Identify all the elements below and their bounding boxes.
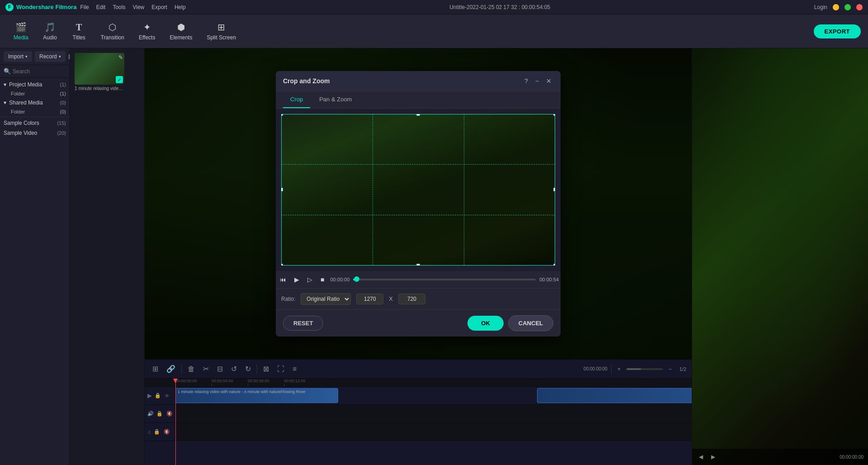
- tl-add-track-button[interactable]: ⊞: [150, 363, 160, 375]
- pb-slider-track[interactable]: [353, 279, 536, 280]
- tl-video-track-content[interactable]: 1 minute relaxing video with nature - A …: [175, 387, 692, 404]
- crop-border[interactable]: [281, 114, 555, 266]
- menu-tools[interactable]: Tools: [113, 4, 125, 10]
- tl-video-clip[interactable]: 1 minute relaxing video with nature - A …: [175, 388, 338, 403]
- tree-shared-chevron: ▾: [4, 100, 6, 106]
- minimize-button[interactable]: [833, 4, 839, 10]
- pb-play-button[interactable]: ▶: [292, 275, 302, 285]
- crop-grid-overlay: [281, 114, 555, 266]
- toolbar-titles[interactable]: T Titles: [66, 19, 93, 43]
- tl-audio2-lock-button[interactable]: 🔒: [153, 428, 161, 435]
- search-input[interactable]: [13, 68, 66, 75]
- preview-prev-button[interactable]: ◀: [697, 452, 705, 461]
- tl-delete-button[interactable]: 🗑: [185, 364, 197, 375]
- width-input[interactable]: [356, 294, 383, 304]
- menu-view[interactable]: View: [132, 4, 144, 10]
- tl-divider-3: [611, 365, 612, 374]
- crop-handle-tl[interactable]: [281, 114, 283, 116]
- menu-edit[interactable]: Edit: [96, 4, 106, 10]
- toolbar-transition[interactable]: ⬡ Transition: [94, 19, 131, 43]
- tl-zoom-out-button[interactable]: −: [666, 365, 674, 374]
- menu-help[interactable]: Help: [175, 4, 186, 10]
- tl-link-button[interactable]: 🔗: [164, 363, 178, 375]
- maximize-button[interactable]: [844, 4, 851, 10]
- tl-speed-button[interactable]: ↺: [229, 363, 239, 375]
- effects-icon: ✦: [143, 22, 151, 33]
- tree-project-media-header[interactable]: ▾ Project Media (1): [0, 80, 70, 90]
- tab-pan-zoom[interactable]: Pan & Zoom: [312, 91, 359, 108]
- toolbar-audio[interactable]: 🎵 Audio: [37, 19, 64, 43]
- tab-crop[interactable]: Crop: [283, 91, 310, 108]
- crop-handle-bc[interactable]: [416, 264, 420, 266]
- ratio-select[interactable]: Original Ratio16:94:31:19:16Custom: [301, 293, 351, 305]
- tl-audio1-mute-button[interactable]: 🔇: [165, 410, 174, 417]
- tree-project-media-chevron: ▾: [4, 81, 6, 88]
- tree-sample-video-count: (20): [57, 130, 66, 136]
- ratio-label: Ratio:: [281, 296, 295, 302]
- tl-ruler-marks: 00:00:00:00 00:00:04:00 00:00:08:00: [175, 379, 320, 386]
- close-button[interactable]: [856, 4, 863, 10]
- tree-shared-folder-label: Folder: [11, 109, 25, 114]
- tree-sample-video-header[interactable]: Sample Video (20): [0, 128, 70, 138]
- pb-stop-button[interactable]: ■: [318, 275, 326, 285]
- tree-sample-colors-header[interactable]: Sample Colors (15): [0, 118, 70, 128]
- media-thumb-item[interactable]: ✎ ✓ 1 minute relaxing video ...: [75, 53, 124, 91]
- tl-freeze-button[interactable]: ↻: [243, 363, 253, 375]
- tree-project-folder[interactable]: Folder (1): [0, 90, 70, 98]
- crop-handle-tc[interactable]: [416, 114, 420, 116]
- modal-close-button[interactable]: ✕: [544, 76, 553, 85]
- crop-handle-bl[interactable]: [281, 264, 283, 266]
- pb-rewind-button[interactable]: ⏮: [278, 275, 288, 285]
- elements-icon: ⬢: [177, 22, 185, 33]
- menu-export[interactable]: Export: [151, 4, 167, 10]
- tl-video-clip-2[interactable]: [537, 388, 692, 403]
- tl-zoom-control: [627, 368, 663, 370]
- import-button[interactable]: Import ▾: [4, 51, 32, 62]
- tl-audio1-lock-button[interactable]: 🔒: [156, 410, 164, 417]
- toolbar-transition-label: Transition: [101, 34, 124, 41]
- modal-minimize-button[interactable]: −: [533, 76, 541, 85]
- tl-zoom-track[interactable]: [627, 368, 663, 370]
- title-bar: F Wondershare Filmora File Edit Tools Vi…: [0, 0, 868, 14]
- tree-project-folder-count: (1): [60, 91, 66, 96]
- toolbar-split-screen[interactable]: ⊞ Split Screen: [200, 19, 242, 43]
- height-input[interactable]: [398, 294, 425, 304]
- export-button[interactable]: EXPORT: [814, 24, 861, 38]
- tl-audio2-mute-button[interactable]: 🔇: [163, 428, 171, 435]
- toolbar-effects[interactable]: ✦ Effects: [132, 19, 161, 43]
- thumb-check-icon: ✓: [116, 76, 123, 83]
- tl-adjust-button[interactable]: ≡: [290, 364, 299, 375]
- crop-grid-h2: [281, 215, 555, 215]
- menu-file[interactable]: File: [80, 4, 89, 10]
- window-title: Untitle-2022-01-25 02 17 32 : 00:00:54:0…: [449, 4, 550, 10]
- ok-button[interactable]: OK: [467, 316, 504, 331]
- tl-video-lock-button[interactable]: 🔒: [154, 392, 162, 399]
- crop-handle-ml[interactable]: [281, 188, 283, 191]
- cancel-button[interactable]: CANCEL: [508, 315, 553, 331]
- preview-next-button[interactable]: ▶: [709, 452, 717, 461]
- tl-scissors-button[interactable]: ✂: [201, 363, 211, 375]
- reset-button[interactable]: RESET: [283, 316, 323, 331]
- crop-handle-mr[interactable]: [553, 188, 555, 191]
- crop-handle-br[interactable]: [553, 264, 555, 266]
- tl-fullscreen-button[interactable]: ⛶: [275, 364, 287, 375]
- toolbar-media[interactable]: 🎬 Media: [7, 19, 35, 43]
- tl-video-eye-button[interactable]: 👁: [164, 393, 170, 399]
- tl-split-button[interactable]: ⊟: [215, 363, 225, 375]
- tree-shared-media-header[interactable]: ▾ Shared Media (0): [0, 98, 70, 108]
- dimension-x-separator: X: [389, 295, 393, 302]
- toolbar-elements[interactable]: ⬢ Elements: [163, 19, 198, 43]
- pb-play-alt-button[interactable]: ▷: [305, 275, 315, 285]
- toolbar-audio-label: Audio: [43, 34, 57, 41]
- modal-help-button[interactable]: ?: [523, 76, 530, 85]
- tl-playhead[interactable]: [175, 379, 176, 465]
- record-button[interactable]: Record ▾: [35, 51, 66, 62]
- import-chevron-icon: ▾: [25, 54, 28, 59]
- tl-zoom-in-button[interactable]: +: [615, 365, 623, 374]
- login-link[interactable]: Login: [814, 4, 827, 10]
- tl-audio2-content: [175, 423, 692, 441]
- pb-slider-thumb[interactable]: [354, 276, 359, 282]
- tree-shared-folder[interactable]: Folder (0): [0, 108, 70, 116]
- tl-crop-button[interactable]: ⊠: [261, 363, 271, 375]
- crop-handle-tr[interactable]: [553, 114, 555, 116]
